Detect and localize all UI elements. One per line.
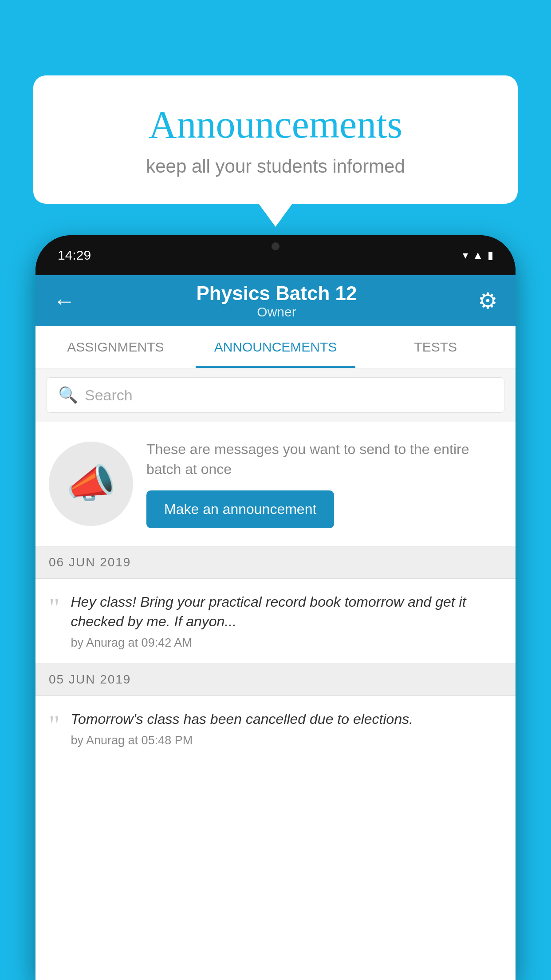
- announcement-description: These are messages you want to send to t…: [146, 439, 502, 479]
- back-button[interactable]: ←: [53, 288, 75, 314]
- announcement-content-1: Tomorrow's class has been cancelled due …: [71, 709, 503, 747]
- megaphone-icon: 📣: [66, 460, 116, 507]
- date-header-jun05: 05 JUN 2019: [35, 664, 516, 696]
- quote-icon-1: ": [49, 711, 60, 738]
- app-bar-title: Physics Batch 12: [197, 282, 357, 304]
- announcement-text-1: Tomorrow's class has been cancelled due …: [71, 709, 503, 729]
- status-time: 14:29: [58, 248, 91, 263]
- phone-screen: ← Physics Batch 12 Owner ⚙ ASSIGNMENTS A…: [35, 275, 516, 980]
- search-bar-container: 🔍 Search: [35, 368, 516, 422]
- make-announcement-button[interactable]: Make an announcement: [146, 490, 334, 528]
- speech-bubble: Announcements keep all your students inf…: [33, 75, 518, 204]
- bubble-title: Announcements: [55, 102, 496, 147]
- signal-icon: ▲: [472, 249, 483, 261]
- scroll-content[interactable]: 🔍 Search 📣 These are messages you want t…: [35, 368, 516, 980]
- announcement-item-0[interactable]: " Hey class! Bring your practical record…: [35, 579, 516, 664]
- status-bar: 14:29 ▾ ▲ ▮: [35, 235, 516, 275]
- tab-assignments[interactable]: ASSIGNMENTS: [35, 326, 196, 368]
- app-bar-subtitle: Owner: [197, 304, 357, 320]
- search-icon: 🔍: [58, 386, 78, 404]
- settings-icon[interactable]: ⚙: [478, 288, 498, 314]
- announcement-author-0: by Anurag at 09:42 AM: [71, 636, 503, 650]
- tab-announcements[interactable]: ANNOUNCEMENTS: [196, 326, 356, 368]
- date-header-jun06: 06 JUN 2019: [35, 546, 516, 579]
- search-placeholder: Search: [85, 387, 133, 404]
- announcement-item-1[interactable]: " Tomorrow's class has been cancelled du…: [35, 696, 516, 761]
- speech-bubble-container: Announcements keep all your students inf…: [33, 75, 518, 204]
- camera-dot: [272, 242, 279, 250]
- tab-tests[interactable]: TESTS: [355, 326, 516, 368]
- search-bar[interactable]: 🔍 Search: [47, 377, 504, 413]
- announcement-right: These are messages you want to send to t…: [146, 439, 502, 528]
- phone-frame: 14:29 ▾ ▲ ▮ ← Physics Batch 12 Owner ⚙ A…: [35, 235, 516, 980]
- announcement-text-0: Hey class! Bring your practical record b…: [71, 592, 503, 632]
- announcement-icon-circle: 📣: [49, 442, 133, 526]
- app-bar: ← Physics Batch 12 Owner ⚙: [35, 275, 516, 326]
- announcement-prompt: 📣 These are messages you want to send to…: [35, 422, 516, 546]
- bubble-subtitle: keep all your students informed: [55, 156, 496, 177]
- wifi-icon: ▾: [463, 249, 468, 261]
- announcement-content-0: Hey class! Bring your practical record b…: [71, 592, 503, 650]
- app-bar-center: Physics Batch 12 Owner: [197, 282, 357, 320]
- tabs-container: ASSIGNMENTS ANNOUNCEMENTS TESTS: [35, 326, 516, 368]
- announcement-author-1: by Anurag at 05:48 PM: [71, 734, 503, 747]
- battery-icon: ▮: [488, 249, 493, 261]
- quote-icon: ": [49, 594, 60, 621]
- phone-notch: [258, 235, 293, 257]
- status-icons: ▾ ▲ ▮: [463, 249, 493, 261]
